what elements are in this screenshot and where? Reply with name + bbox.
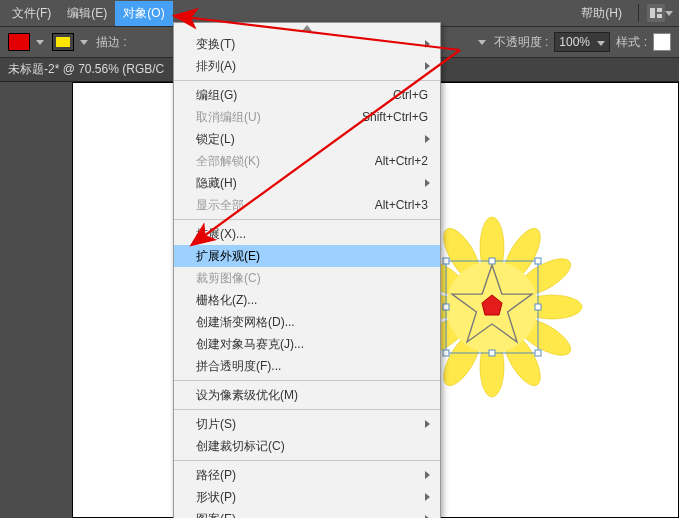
menu-item-label: 创建渐变网格(D)...	[196, 314, 428, 331]
menu-scroll-up-icon[interactable]	[302, 25, 312, 31]
menu-item: 全部解锁(K)Alt+Ctrl+2	[174, 150, 440, 172]
menu-item[interactable]: 隐藏(H)	[174, 172, 440, 194]
stroke-color-swatch[interactable]	[52, 33, 74, 51]
menu-item-label: 显示全部	[196, 197, 375, 214]
menu-item-label: 全部解锁(K)	[196, 153, 375, 170]
menu-separator	[174, 80, 440, 81]
menu-item-label: 锁定(L)	[196, 131, 428, 148]
menu-file[interactable]: 文件(F)	[4, 1, 59, 26]
menu-item-label: 创建裁切标记(C)	[196, 438, 428, 455]
fill-color-swatch[interactable]	[8, 33, 30, 51]
menu-item: 取消编组(U)Shift+Ctrl+G	[174, 106, 440, 128]
menu-item-label: 扩展外观(E)	[196, 248, 428, 265]
menu-help[interactable]: 帮助(H)	[573, 1, 630, 26]
menu-separator	[174, 409, 440, 410]
menu-item-shortcut: Alt+Ctrl+2	[375, 154, 428, 168]
menu-item-label: 变换(T)	[196, 36, 428, 53]
svg-rect-19	[443, 258, 449, 264]
menu-item[interactable]: 图案(E)	[174, 508, 440, 518]
menu-separator	[174, 380, 440, 381]
style-swatch[interactable]	[653, 33, 671, 51]
menu-object[interactable]: 对象(O)	[115, 1, 172, 26]
svg-rect-26	[535, 350, 541, 356]
opacity-label: 不透明度 :	[494, 34, 549, 51]
menu-item-shortcut: Ctrl+G	[393, 88, 428, 102]
menu-item-label: 路径(P)	[196, 467, 428, 484]
stroke-dropdown-icon[interactable]	[80, 37, 90, 47]
menu-item[interactable]: 扩展外观(E)	[174, 245, 440, 267]
brush-dropdown-icon[interactable]	[478, 37, 488, 47]
fill-dropdown-icon[interactable]	[36, 37, 46, 47]
workspace-switcher-icon[interactable]	[647, 4, 665, 22]
menu-item-label: 裁剪图像(C)	[196, 270, 428, 287]
menu-item[interactable]: 创建裁切标记(C)	[174, 435, 440, 457]
menu-item-label: 设为像素级优化(M)	[196, 387, 428, 404]
svg-rect-20	[489, 258, 495, 264]
menu-item[interactable]: 切片(S)	[174, 413, 440, 435]
menu-item[interactable]: 变换(T)	[174, 33, 440, 55]
svg-rect-23	[535, 304, 541, 310]
menu-item-label: 编组(G)	[196, 87, 393, 104]
menu-item[interactable]: 锁定(L)	[174, 128, 440, 150]
menu-item-label: 形状(P)	[196, 489, 428, 506]
menu-item[interactable]: 形状(P)	[174, 486, 440, 508]
document-tab-title[interactable]: 未标题-2* @ 70.56% (RGB/C	[8, 61, 164, 78]
menu-item: 显示全部Alt+Ctrl+3	[174, 194, 440, 216]
svg-rect-21	[535, 258, 541, 264]
stroke-label: 描边 :	[96, 34, 127, 51]
menu-item[interactable]: 栅格化(Z)...	[174, 289, 440, 311]
menu-separator	[174, 219, 440, 220]
menu-item-shortcut: Alt+Ctrl+3	[375, 198, 428, 212]
menu-item[interactable]: 路径(P)	[174, 464, 440, 486]
svg-rect-1	[657, 8, 662, 12]
menu-item-label: 取消编组(U)	[196, 109, 362, 126]
opacity-value: 100%	[559, 35, 590, 49]
menu-item-label: 隐藏(H)	[196, 175, 428, 192]
svg-rect-2	[657, 14, 662, 18]
menu-item[interactable]: 创建渐变网格(D)...	[174, 311, 440, 333]
svg-rect-25	[489, 350, 495, 356]
menu-item[interactable]: 设为像素级优化(M)	[174, 384, 440, 406]
svg-rect-0	[650, 8, 655, 18]
menu-item-shortcut: Shift+Ctrl+G	[362, 110, 428, 124]
svg-rect-24	[443, 350, 449, 356]
menu-item[interactable]: 拼合透明度(F)...	[174, 355, 440, 377]
menu-item[interactable]: 扩展(X)...	[174, 223, 440, 245]
opacity-select[interactable]: 100%	[554, 32, 610, 52]
menu-item-label: 栅格化(Z)...	[196, 292, 428, 309]
menu-item-label: 图案(E)	[196, 511, 428, 519]
menu-item[interactable]: 排列(A)	[174, 55, 440, 77]
menu-item-label: 创建对象马赛克(J)...	[196, 336, 428, 353]
menubar-divider	[638, 4, 639, 22]
menu-item-label: 切片(S)	[196, 416, 428, 433]
object-menu-dropdown: 变换(T)排列(A)编组(G)Ctrl+G取消编组(U)Shift+Ctrl+G…	[173, 22, 441, 518]
menu-edit[interactable]: 编辑(E)	[59, 1, 115, 26]
menu-item[interactable]: 编组(G)Ctrl+G	[174, 84, 440, 106]
style-label: 样式 :	[616, 34, 647, 51]
workspace-dropdown-icon[interactable]	[665, 8, 675, 18]
menu-item-label: 扩展(X)...	[196, 226, 428, 243]
menu-item-label: 拼合透明度(F)...	[196, 358, 428, 375]
menu-item: 裁剪图像(C)	[174, 267, 440, 289]
menu-separator	[174, 460, 440, 461]
menu-item[interactable]: 创建对象马赛克(J)...	[174, 333, 440, 355]
svg-rect-22	[443, 304, 449, 310]
menu-item-label: 排列(A)	[196, 58, 428, 75]
